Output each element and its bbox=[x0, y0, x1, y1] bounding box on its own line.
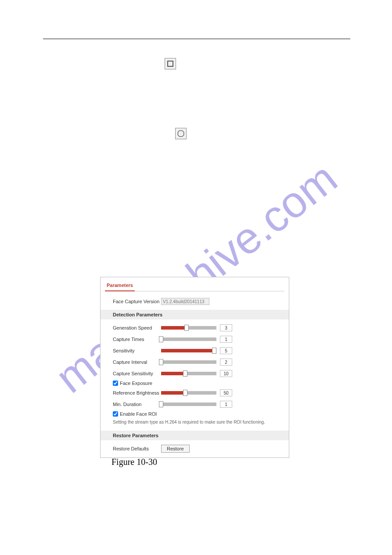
capture-sensitivity-thumb[interactable] bbox=[183, 370, 187, 377]
face-capture-version-field: V1.2.4build20141113 bbox=[161, 298, 209, 305]
capture-sensitivity-fill bbox=[161, 372, 185, 375]
octagon-icon-glyph bbox=[177, 130, 184, 137]
restore-parameters-heading: Restore Parameters bbox=[101, 431, 289, 440]
capture-sensitivity-label: Capture Sensitivity bbox=[113, 371, 161, 376]
parameters-panel: Parameters Face Capture Version V1.2.4bu… bbox=[100, 277, 289, 458]
capture-times-value[interactable]: 1 bbox=[220, 336, 232, 343]
capture-interval-thumb[interactable] bbox=[159, 359, 163, 365]
generation-speed-slider[interactable] bbox=[161, 326, 216, 330]
capture-interval-value[interactable]: 2 bbox=[220, 359, 232, 366]
reference-brightness-fill bbox=[161, 391, 185, 395]
roi-note: Setting the stream type as H.264 is requ… bbox=[101, 418, 289, 428]
header-rule bbox=[43, 39, 350, 39]
capture-times-slider-wrap: 1 bbox=[161, 336, 284, 343]
reference-brightness-label: Reference Brightness bbox=[113, 390, 161, 395]
min-duration-slider-wrap: 1 bbox=[161, 401, 284, 408]
sensitivity-thumb[interactable] bbox=[212, 348, 216, 354]
capture-sensitivity-row: Capture Sensitivity 10 bbox=[101, 368, 289, 379]
capture-times-thumb[interactable] bbox=[159, 336, 163, 342]
restore-defaults-label: Restore Defaults bbox=[113, 446, 161, 451]
capture-interval-slider[interactable] bbox=[161, 360, 216, 364]
generation-speed-label: Generation Speed bbox=[113, 325, 161, 330]
detection-parameters-heading: Detection Parameters bbox=[101, 310, 289, 319]
stop-icon-glyph bbox=[167, 61, 173, 67]
face-exposure-checkbox[interactable] bbox=[113, 381, 118, 386]
enable-face-roi-label: Enable Face ROI bbox=[120, 411, 157, 417]
reference-brightness-row: Reference Brightness 50 bbox=[101, 387, 289, 399]
tab-row: Parameters bbox=[101, 277, 289, 291]
generation-speed-fill bbox=[161, 326, 187, 330]
face-exposure-label: Face Exposure bbox=[120, 381, 152, 386]
reference-brightness-slider[interactable] bbox=[161, 391, 216, 395]
generation-speed-thumb[interactable] bbox=[184, 325, 189, 331]
min-duration-slider[interactable] bbox=[161, 403, 216, 406]
generation-speed-slider-wrap: 3 bbox=[161, 324, 284, 331]
sensitivity-slider-wrap: 5 bbox=[161, 347, 284, 354]
capture-times-slider[interactable] bbox=[161, 337, 216, 341]
sensitivity-value[interactable]: 5 bbox=[220, 347, 232, 354]
reference-brightness-thumb[interactable] bbox=[183, 390, 187, 396]
face-capture-version-row: Face Capture Version V1.2.4build20141113 bbox=[101, 296, 289, 307]
capture-times-label: Capture Times bbox=[113, 337, 161, 342]
generation-speed-row: Generation Speed 3 bbox=[101, 322, 289, 334]
restore-defaults-row: Restore Defaults Restore bbox=[101, 443, 289, 457]
capture-sensitivity-value[interactable]: 10 bbox=[220, 370, 232, 377]
tab-parameters[interactable]: Parameters bbox=[105, 281, 135, 291]
capture-interval-slider-wrap: 2 bbox=[161, 359, 284, 366]
generation-speed-value[interactable]: 3 bbox=[220, 324, 232, 331]
min-duration-row: Min. Duration 1 bbox=[101, 399, 289, 410]
min-duration-value[interactable]: 1 bbox=[220, 401, 232, 408]
face-capture-version-label: Face Capture Version bbox=[113, 299, 161, 304]
restore-button[interactable]: Restore bbox=[161, 445, 190, 453]
svg-marker-0 bbox=[178, 131, 183, 136]
enable-face-roi-checkbox[interactable] bbox=[113, 411, 118, 417]
sensitivity-fill bbox=[161, 349, 214, 352]
reference-brightness-value[interactable]: 50 bbox=[220, 389, 232, 396]
enable-face-roi-row: Enable Face ROI bbox=[101, 410, 289, 418]
page: manualshive.com Parameters Face Capture … bbox=[0, 0, 392, 555]
figure-caption: Figure 10-30 bbox=[111, 457, 157, 467]
capture-sensitivity-slider-wrap: 10 bbox=[161, 370, 284, 377]
reference-brightness-slider-wrap: 50 bbox=[161, 389, 284, 396]
face-exposure-row: Face Exposure bbox=[101, 379, 289, 387]
capture-times-row: Capture Times 1 bbox=[101, 334, 289, 345]
min-duration-thumb[interactable] bbox=[159, 401, 163, 407]
sensitivity-label: Sensitivity bbox=[113, 348, 161, 353]
sensitivity-row: Sensitivity 5 bbox=[101, 345, 289, 356]
capture-interval-row: Capture Interval 2 bbox=[101, 356, 289, 368]
capture-sensitivity-slider[interactable] bbox=[161, 372, 216, 375]
sensitivity-slider[interactable] bbox=[161, 349, 216, 352]
octagon-icon[interactable] bbox=[175, 128, 187, 139]
min-duration-label: Min. Duration bbox=[113, 402, 161, 407]
stop-icon[interactable] bbox=[165, 58, 176, 69]
capture-interval-label: Capture Interval bbox=[113, 359, 161, 365]
